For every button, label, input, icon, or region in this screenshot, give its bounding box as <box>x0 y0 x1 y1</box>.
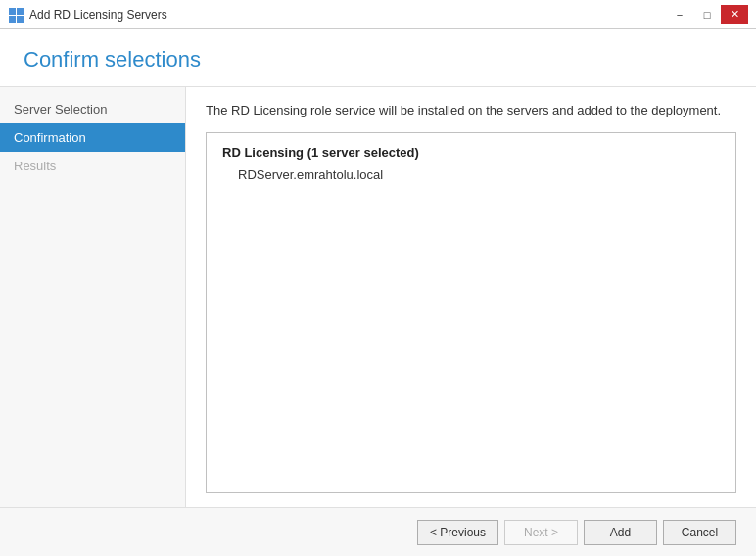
previous-button[interactable]: < Previous <box>417 520 498 545</box>
sidebar-item-server-selection[interactable]: Server Selection <box>0 95 185 123</box>
next-button[interactable]: Next > <box>504 520 578 545</box>
title-bar: Add RD Licensing Servers − □ ✕ <box>0 0 756 29</box>
app-icon <box>8 7 24 23</box>
svg-rect-0 <box>9 8 16 15</box>
server-entry: RDServer.emrahtolu.local <box>222 167 720 182</box>
sidebar-item-confirmation[interactable]: Confirmation <box>0 123 185 152</box>
dialog-header: Confirm selections <box>0 29 756 86</box>
title-bar-left: Add RD Licensing Servers <box>8 7 167 23</box>
close-button[interactable]: ✕ <box>721 5 748 24</box>
svg-rect-3 <box>17 16 24 23</box>
dialog-content: Server Selection Confirmation Results Th… <box>0 86 756 507</box>
add-button[interactable]: Add <box>584 520 657 545</box>
cancel-button[interactable]: Cancel <box>663 520 736 545</box>
page-title: Confirm selections <box>24 47 732 72</box>
svg-rect-2 <box>9 16 16 23</box>
section-title: RD Licensing (1 server selected) <box>222 145 720 160</box>
dialog-footer: < Previous Next > Add Cancel <box>0 507 756 556</box>
confirmation-box: RD Licensing (1 server selected) RDServe… <box>206 132 736 494</box>
window-title: Add RD Licensing Servers <box>29 8 167 22</box>
svg-rect-1 <box>17 8 24 15</box>
sidebar-item-results: Results <box>0 152 185 180</box>
minimize-button[interactable]: − <box>666 5 693 24</box>
maximize-button[interactable]: □ <box>693 5 721 24</box>
main-panel: The RD Licensing role service will be in… <box>186 87 756 507</box>
window-controls: − □ ✕ <box>666 5 748 24</box>
sidebar: Server Selection Confirmation Results <box>0 87 186 507</box>
dialog-body: Confirm selections Server Selection Conf… <box>0 29 756 556</box>
info-text: The RD Licensing role service will be in… <box>206 101 736 120</box>
